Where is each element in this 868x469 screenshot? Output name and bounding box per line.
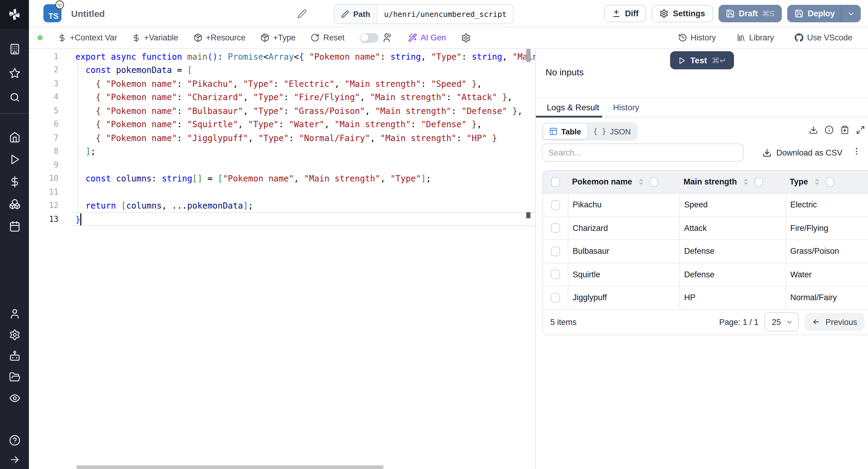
- code-line-5[interactable]: 5 { "Pokemon name": "Bulbasaur", "Type":…: [29, 104, 535, 118]
- calendar-icon: [9, 220, 20, 232]
- sidebar-item-ai[interactable]: [4, 350, 25, 362]
- code-line-1[interactable]: 1export async function main(): Promise<A…: [29, 50, 535, 63]
- tab-history[interactable]: History: [613, 102, 639, 112]
- code-text: ];: [75, 145, 96, 158]
- cell-type: Water: [785, 263, 868, 286]
- code-line-8[interactable]: 8 ];: [29, 145, 535, 158]
- line-number: 9: [29, 158, 59, 172]
- diff-button[interactable]: Diff: [604, 5, 647, 22]
- previous-page-button[interactable]: Previous: [805, 313, 864, 331]
- code-line-12[interactable]: 12 return [columns, ...pokemonData];: [29, 199, 535, 213]
- sort-icon[interactable]: [813, 178, 821, 186]
- row-checkbox[interactable]: [551, 247, 560, 256]
- add-variable-button[interactable]: +Variable: [132, 33, 178, 42]
- editor-settings-button[interactable]: [461, 33, 470, 42]
- more-options-icon[interactable]: [852, 147, 861, 156]
- download-csv-button[interactable]: Download as CSV: [759, 144, 846, 162]
- expand-icon[interactable]: [856, 125, 865, 134]
- column-header-type[interactable]: Type: [785, 177, 868, 187]
- copy-icon[interactable]: [840, 125, 849, 134]
- column-menu-pill[interactable]: [826, 177, 834, 187]
- sidebar-item-folders[interactable]: [4, 371, 25, 383]
- search-icon: [9, 91, 20, 103]
- row-checkbox[interactable]: [551, 270, 560, 279]
- sort-icon[interactable]: [637, 178, 645, 186]
- editor-vertical-scrollbar[interactable]: [526, 49, 530, 62]
- code-line-2[interactable]: 2 const pokemonData = [: [29, 63, 535, 77]
- code-line-9[interactable]: 9: [29, 158, 535, 172]
- deploy-button[interactable]: Deploy: [787, 5, 861, 22]
- download-icon[interactable]: [809, 125, 818, 134]
- cell-main-strength: HP: [679, 286, 785, 309]
- draft-button[interactable]: Draft ⌘S: [718, 5, 782, 22]
- windmill-logo[interactable]: [0, 0, 29, 29]
- column-header-main-strength[interactable]: Main strength: [679, 177, 785, 187]
- sidebar-item-help[interactable]: [4, 434, 25, 446]
- tab-logs-result[interactable]: Logs & Result: [547, 102, 599, 112]
- path-widget[interactable]: Path u/henri/unencumbered_script: [334, 4, 514, 24]
- info-icon[interactable]: [825, 125, 834, 134]
- ai-gen-button[interactable]: AI Gen: [408, 33, 446, 42]
- help-icon: [9, 434, 20, 446]
- select-all-checkbox[interactable]: [551, 177, 560, 187]
- history-button[interactable]: History: [678, 33, 716, 42]
- typescript-badge-label: TS: [49, 11, 59, 21]
- code-line-6[interactable]: 6 { "Pokemon name": "Squirtle", "Type": …: [29, 118, 535, 131]
- braces-icon: { }: [593, 127, 606, 136]
- sidebar-item-variables[interactable]: [4, 176, 25, 187]
- edit-title-icon[interactable]: [297, 9, 307, 19]
- edit-path-icon: [341, 10, 349, 18]
- code-line-4[interactable]: 4 { "Pokemon name": "Charizard", "Type":…: [29, 90, 535, 104]
- sidebar-item-resources[interactable]: [4, 198, 25, 210]
- sidebar-divider: [0, 113, 29, 114]
- package-icon: [261, 33, 270, 42]
- test-button[interactable]: Test ⌘↵: [670, 51, 734, 69]
- code-line-7[interactable]: 7 { "Pokemon name": "Jigglypuff", "Type"…: [29, 131, 535, 145]
- sort-icon[interactable]: [742, 178, 749, 186]
- code-line-13[interactable]: 13}: [29, 213, 535, 226]
- add-resource-button[interactable]: +Resource: [193, 33, 245, 42]
- sidebar-item-audit-logs[interactable]: [4, 392, 25, 404]
- sidebar-item-home[interactable]: [4, 131, 25, 143]
- library-button[interactable]: Library: [736, 33, 774, 42]
- row-checkbox[interactable]: [551, 293, 560, 303]
- path-value[interactable]: u/henri/unencumbered_script: [377, 5, 513, 24]
- add-type-button[interactable]: +Type: [261, 33, 296, 42]
- editor-horizontal-scrollbar[interactable]: [76, 465, 383, 469]
- code-line-3[interactable]: 3 { "Pokemon name": "Pikachu", "Type": "…: [29, 77, 535, 90]
- code-line-10[interactable]: 10 const columns: string[] = ["Pokemon n…: [29, 172, 535, 185]
- row-checkbox[interactable]: [551, 223, 560, 233]
- user-icon: [9, 308, 20, 319]
- sidebar-item-expand-sidebar[interactable]: [4, 453, 25, 465]
- column-label: Pokemon name: [572, 177, 632, 186]
- sidebar-item-search[interactable]: [4, 91, 25, 103]
- column-menu-pill[interactable]: [754, 177, 763, 187]
- row-checkbox[interactable]: [551, 200, 560, 210]
- view-table-button[interactable]: Table: [543, 124, 587, 139]
- column-label: Type: [789, 177, 808, 186]
- search-input[interactable]: [542, 144, 744, 162]
- reset-button[interactable]: Reset: [311, 33, 345, 42]
- code-line-11[interactable]: 11: [29, 185, 535, 199]
- multiplayer-toggle[interactable]: [360, 33, 378, 42]
- result-tabs: Logs & Result History: [536, 98, 868, 118]
- use-vscode-button[interactable]: Use VScode: [795, 33, 852, 42]
- settings-button[interactable]: Settings: [652, 5, 713, 22]
- sidebar-item-settings[interactable]: [4, 329, 25, 341]
- sidebar-item-runs[interactable]: [4, 153, 25, 165]
- column-menu-pill[interactable]: [650, 177, 658, 187]
- add-context-var-button[interactable]: +Context Var: [58, 33, 117, 42]
- sidebar-item-users[interactable]: [4, 307, 25, 319]
- code-editor[interactable]: 1export async function main(): Promise<A…: [29, 49, 535, 469]
- page-size-select[interactable]: 25: [765, 312, 799, 332]
- deploy-dropdown[interactable]: [841, 5, 861, 22]
- code-text: const columns: string[] = ["Pokemon name…: [75, 172, 431, 185]
- cell-type: Normal/Fairy: [785, 286, 868, 309]
- column-header-pokemon-name[interactable]: Pokemon name: [568, 177, 679, 187]
- sidebar-item-schedules[interactable]: [4, 220, 25, 232]
- test-shortcut: ⌘↵: [712, 56, 726, 65]
- sidebar-item-workspace[interactable]: [4, 43, 25, 55]
- cell-pokemon-name: Squirtle: [568, 263, 679, 286]
- sidebar-item-favorites[interactable]: [4, 67, 25, 79]
- view-json-button[interactable]: { } JSON: [587, 124, 637, 139]
